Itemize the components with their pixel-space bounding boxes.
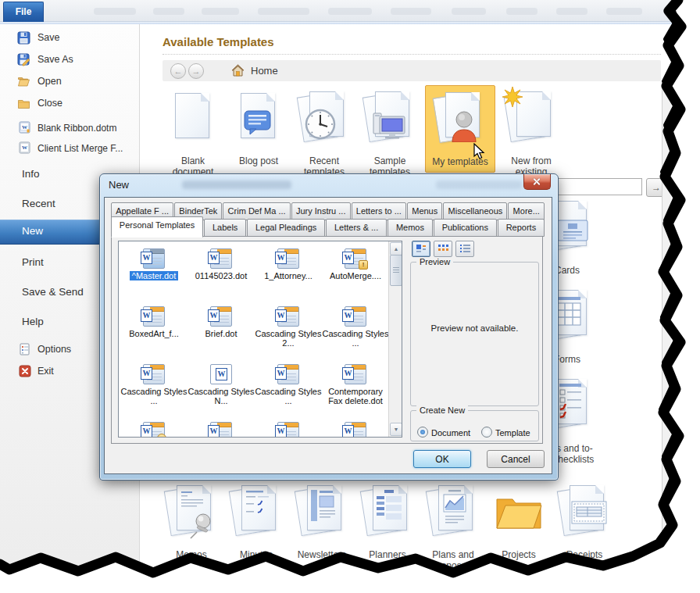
template-sample-templates[interactable]: Sample templates [359,88,420,177]
template-file[interactable] [120,420,188,438]
template-file[interactable]: 01145023.dot [188,246,255,304]
template-file[interactable]: Cascading Styles ... [322,304,389,362]
pushpin-icon [188,512,214,540]
save-as-icon [17,53,30,66]
preview-group: Preview Preview not available. [410,262,539,406]
view-small-icons-button[interactable] [434,241,452,257]
person-icon [450,111,478,142]
ribbon-tab-ghost [606,8,642,15]
tab-legal-pleadings[interactable]: Legal Pleadings [247,219,325,237]
template-memos[interactable]: Memos [161,482,222,560]
template-receipts[interactable]: Receipts [554,482,615,560]
ribbon-tab-ghost [556,8,588,15]
close-icon[interactable] [523,174,551,190]
open-folder-icon [17,75,30,88]
home-icon[interactable] [231,64,245,77]
glass-reflection [182,180,291,189]
alert-badge-icon: ! [359,260,368,270]
word-doc-icon: W [19,141,32,155]
view-details-button[interactable] [455,241,474,257]
template-blog-post[interactable]: Blog post [228,88,289,166]
receipt-icon [571,501,607,524]
template-file[interactable]: Cascading Styles ... [255,362,322,420]
template-file[interactable]: Cascading Styles N... [188,362,255,420]
dialog-title: New [109,179,129,191]
window-scrollbar[interactable] [662,86,671,555]
template-file[interactable] [188,420,255,438]
scroll-up-icon[interactable]: ▲ [390,242,402,255]
radio-template[interactable]: Template [481,427,530,438]
template-file[interactable]: Cascading Styles ... [120,362,188,420]
tab-row-2: Personal Templates Labels Legal Pleading… [111,219,545,238]
tab-crim-def[interactable]: Crim Def Ma ... [223,202,290,220]
word-backstage-screen: File Save Save As Open Close W Blank Rib… [0,0,700,593]
radio-document[interactable]: Document [417,427,470,438]
template-file[interactable]: !AutoMerge.... [322,246,389,304]
forward-icon[interactable]: → [188,63,204,79]
template-new-from-existing[interactable]: New from existing [501,88,562,177]
preview-legend: Preview [416,257,453,266]
folder-icon [495,493,543,530]
ribbon-tab-ghost [202,8,239,15]
tab-letters[interactable]: Letters & ... [326,219,387,237]
cancel-button[interactable]: Cancel [487,450,545,468]
template-nav-bar: ← → Home [162,60,661,81]
tab-miscellaneous[interactable]: Miscellaneous [443,202,507,220]
template-blank-document[interactable]: Blank document [162,88,223,177]
sidebar-save-button[interactable]: Save [0,28,139,48]
glass-reflection [436,180,522,189]
ribbon-tab-ghost [391,8,431,15]
view-large-icons-button[interactable] [412,241,430,257]
word-doc-icon: W [19,121,32,134]
tab-menus[interactable]: Menus [407,202,442,220]
template-projects[interactable]: Projects [488,482,549,560]
template-file[interactable] [255,420,322,438]
ribbon-tab-ghost [153,8,184,15]
form-grid-icon [555,295,585,329]
template-newsletters[interactable]: Newsletters [291,482,352,560]
template-minutes[interactable]: Minutes [226,482,287,560]
template-file[interactable] [322,420,389,438]
ribbon-tab-ghost [258,8,309,15]
template-recent-templates[interactable]: Recent templates [294,88,355,177]
breadcrumb-home[interactable]: Home [251,65,278,77]
tab-memos[interactable]: Memos [388,219,433,237]
file-tab[interactable]: File [3,2,44,22]
template-file[interactable]: Contemporary Fax delete.dot [322,362,389,420]
template-file[interactable]: 1_Attorney... [255,246,322,304]
search-input[interactable] [556,178,642,195]
svg-text:W: W [22,145,27,151]
tab-personal-templates[interactable]: Personal Templates [111,216,203,238]
tab-labels[interactable]: Labels [204,219,246,237]
close-folder-icon [17,97,30,110]
speech-bubble-icon [244,110,272,135]
computer-icon [372,112,406,140]
template-file[interactable]: Cascading Styles 2... [255,304,322,362]
recent-doc-item[interactable]: W Client List Merge F... [0,139,139,159]
tab-publications[interactable]: Publications [434,219,497,237]
template-file[interactable]: Brief.dot [188,304,255,362]
sidebar-open-button[interactable]: Open [0,72,139,92]
tab-more[interactable]: More... [508,202,545,220]
sidebar-close-button[interactable]: Close [0,94,139,114]
ok-button[interactable]: OK [413,450,471,468]
checklist-icon [557,382,585,420]
tab-reports[interactable]: Reports [498,219,545,237]
template-file[interactable]: ^Master.dot [120,246,188,304]
sidebar-save-as-button[interactable]: Save As [0,50,139,70]
recent-doc-item[interactable]: W Blank Ribbon.dotm [0,119,139,139]
back-icon[interactable]: ← [170,63,186,79]
radio-selected-icon [417,427,428,438]
template-planners[interactable]: Planners [357,482,418,560]
tab-letters-to[interactable]: Letters to ... [352,202,406,220]
save-icon [17,31,30,45]
list-scrollbar[interactable]: ▲ ▼ [388,241,402,437]
tab-jury-instr[interactable]: Jury Instru ... [291,202,351,220]
scrollbar-thumb[interactable] [390,255,402,286]
clock-icon [305,109,336,140]
tab-page: ^Master.dot 01145023.dot 1_Attorney... !… [111,236,543,444]
template-file[interactable]: BoxedArt_f... [120,304,188,362]
template-plans-proposals[interactable]: Plans and proposals [423,482,484,571]
scroll-down-icon[interactable]: ▼ [390,423,402,436]
preview-message: Preview not available. [411,323,538,333]
